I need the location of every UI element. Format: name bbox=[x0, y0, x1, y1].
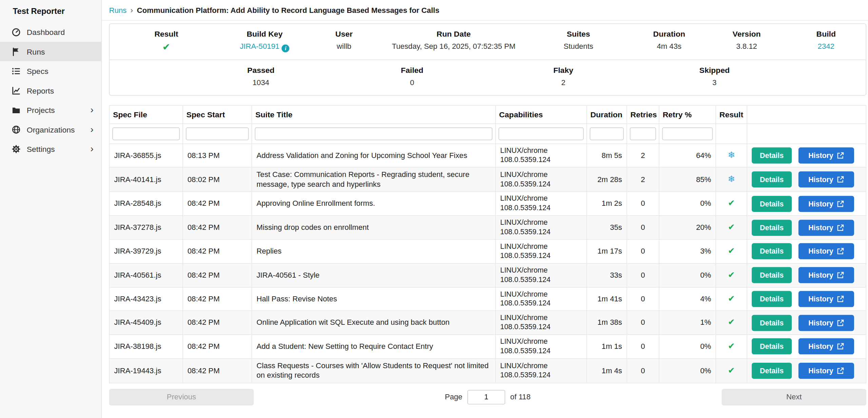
actions-cell: Details History bbox=[747, 335, 866, 358]
chart-icon bbox=[12, 86, 20, 95]
sidebar-item-runs[interactable]: Runs bbox=[0, 42, 101, 61]
filter-actions-empty-cell bbox=[747, 123, 866, 143]
sidebar-item-specs[interactable]: Specs bbox=[0, 61, 101, 81]
sidebar-item-reports[interactable]: Reports bbox=[0, 81, 101, 100]
details-button[interactable]: Details bbox=[752, 196, 792, 212]
list-icon bbox=[12, 66, 20, 75]
summary-skipped-value: 3 bbox=[639, 78, 790, 88]
details-button[interactable]: Details bbox=[752, 219, 792, 236]
filter-duration-input[interactable] bbox=[590, 127, 624, 140]
filter-retry-pct-input[interactable] bbox=[662, 127, 713, 140]
spec-file-cell: JIRA-36855.js bbox=[109, 143, 183, 167]
retries-cell: 0 bbox=[627, 311, 659, 335]
spec-start-cell: 08:42 PM bbox=[183, 216, 252, 239]
summary-build-key: Build Key JIRA-50191i bbox=[223, 29, 306, 52]
details-button[interactable]: Details bbox=[752, 363, 792, 379]
history-button-label: History bbox=[808, 366, 833, 375]
actions-cell: Details History bbox=[747, 192, 866, 216]
page-number-input[interactable] bbox=[467, 390, 505, 404]
history-button-label: History bbox=[808, 200, 833, 208]
filter-suite-title-input[interactable] bbox=[255, 127, 493, 140]
filter-capabilities-input[interactable] bbox=[498, 127, 584, 140]
history-button[interactable]: History bbox=[798, 147, 854, 164]
history-button[interactable]: History bbox=[798, 315, 854, 331]
table-row: JIRA-28548.js 08:42 PM Approving Online … bbox=[109, 192, 866, 216]
result-cell: ✔ bbox=[716, 335, 747, 358]
history-button[interactable]: History bbox=[798, 291, 854, 307]
filter-retries-input[interactable] bbox=[630, 127, 656, 140]
details-button[interactable]: Details bbox=[752, 172, 792, 188]
summary-duration-value: 4m 43s bbox=[631, 42, 707, 52]
breadcrumb-runs-link[interactable]: Runs bbox=[109, 6, 127, 14]
previous-page-button[interactable]: Previous bbox=[109, 389, 254, 405]
summary-version-value: 3.8.12 bbox=[707, 42, 786, 52]
build-key-link[interactable]: JIRA-50191 bbox=[240, 42, 279, 51]
sidebar-item-projects[interactable]: Projects › bbox=[0, 100, 101, 119]
result-cell: ❄ bbox=[716, 167, 747, 192]
summary-failed: Failed 0 bbox=[336, 65, 488, 88]
next-page-button[interactable]: Next bbox=[722, 389, 866, 405]
capabilities-cell: LINUX/chrome 108.0.5359.124 bbox=[495, 335, 587, 358]
sidebar-item-organizations[interactable]: Organizations › bbox=[0, 120, 101, 139]
retries-cell: 0 bbox=[627, 358, 659, 383]
result-icon: ✔ bbox=[728, 294, 735, 303]
summary-version: Version 3.8.12 bbox=[707, 29, 786, 52]
gear-icon bbox=[12, 144, 20, 153]
spec-file-cell: JIRA-40561.js bbox=[109, 263, 183, 287]
filter-spec-file-input[interactable] bbox=[112, 127, 180, 140]
sidebar-nav: Dashboard Runs Specs Reports bbox=[0, 22, 101, 159]
details-button[interactable]: Details bbox=[752, 291, 792, 307]
col-header-suite-title: Suite Title bbox=[252, 105, 496, 123]
history-button[interactable]: History bbox=[798, 267, 854, 283]
history-button[interactable]: History bbox=[798, 363, 854, 379]
breadcrumb-separator-icon: › bbox=[131, 6, 133, 14]
flag-icon bbox=[12, 47, 20, 56]
retry-pct-cell: 3% bbox=[659, 239, 716, 263]
result-icon: ✔ bbox=[728, 246, 735, 255]
filter-spec-start-input[interactable] bbox=[186, 127, 249, 140]
result-cell: ✔ bbox=[716, 311, 747, 335]
page-total: of 118 bbox=[510, 393, 531, 401]
history-button[interactable]: History bbox=[798, 219, 854, 236]
retry-pct-cell: 20% bbox=[659, 216, 716, 239]
duration-cell: 2m 28s bbox=[587, 167, 627, 192]
history-button[interactable]: History bbox=[798, 196, 854, 212]
globe-icon bbox=[12, 125, 20, 134]
retries-cell: 0 bbox=[627, 216, 659, 239]
result-cell: ✔ bbox=[716, 239, 747, 263]
details-button[interactable]: Details bbox=[752, 315, 792, 331]
chevron-right-icon: › bbox=[90, 105, 93, 115]
spec-file-cell: JIRA-39729.js bbox=[109, 239, 183, 263]
result-icon: ✔ bbox=[728, 365, 735, 375]
folder-icon bbox=[12, 105, 20, 114]
details-button[interactable]: Details bbox=[752, 267, 792, 283]
summary-failed-value: 0 bbox=[336, 78, 488, 88]
spec-file-cell: JIRA-45409.js bbox=[109, 311, 183, 335]
external-link-icon bbox=[837, 224, 844, 231]
history-button[interactable]: History bbox=[798, 243, 854, 260]
summary-run-date-label: Run Date bbox=[382, 29, 526, 38]
spec-start-cell: 08:42 PM bbox=[183, 335, 252, 358]
details-button[interactable]: Details bbox=[752, 147, 792, 164]
filter-result-empty-cell bbox=[716, 123, 747, 143]
details-button[interactable]: Details bbox=[752, 243, 792, 260]
build-number-link[interactable]: 2342 bbox=[818, 42, 834, 51]
suite-title-cell: Approving Online Enrollment forms. bbox=[252, 192, 496, 216]
capabilities-cell: LINUX/chrome 108.0.5359.124 bbox=[495, 239, 587, 263]
info-icon[interactable]: i bbox=[282, 44, 290, 52]
suite-title-cell: Address Validation and Zoning for Upcomi… bbox=[252, 143, 496, 167]
app-title[interactable]: Test Reporter bbox=[0, 0, 101, 22]
page-label: Page bbox=[445, 393, 462, 401]
sidebar-item-label: Runs bbox=[27, 47, 45, 56]
sidebar-item-label: Projects bbox=[27, 105, 55, 114]
summary-flaky-value: 2 bbox=[488, 78, 639, 88]
sidebar-item-settings[interactable]: Settings › bbox=[0, 139, 101, 158]
sidebar-item-dashboard[interactable]: Dashboard bbox=[0, 22, 101, 42]
result-cell: ✔ bbox=[716, 358, 747, 383]
col-header-retry-pct: Retry % bbox=[659, 105, 716, 123]
details-button[interactable]: Details bbox=[752, 338, 792, 355]
history-button[interactable]: History bbox=[798, 338, 854, 355]
table-row: JIRA-19443.js 08:42 PM Class Requests - … bbox=[109, 358, 866, 383]
history-button[interactable]: History bbox=[798, 172, 854, 188]
summary-run-date: Run Date Tuesday, Sep 16, 2025, 07:52:35… bbox=[382, 29, 526, 52]
